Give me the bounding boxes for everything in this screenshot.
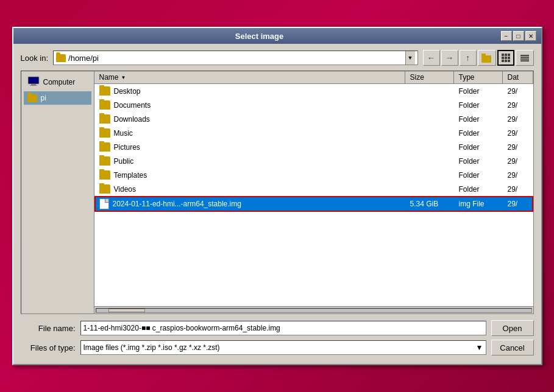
table-row[interactable]: PublicFolder29/ (94, 154, 533, 168)
horizontal-scrollbar-area (94, 306, 533, 313)
file-type-cell: Folder (454, 170, 503, 181)
sidebar-label-computer: Computer (43, 78, 76, 86)
filename-input[interactable] (80, 321, 486, 335)
table-row[interactable]: DocumentsFolder29/ (94, 98, 533, 112)
minimize-button[interactable]: − (501, 31, 512, 41)
file-date-cell: 29/ (503, 114, 533, 125)
file-name-text: Desktop (114, 87, 141, 96)
col-header-name[interactable]: Name ▼ (94, 71, 405, 83)
col-header-size[interactable]: Size (405, 71, 454, 83)
file-type-cell: Folder (454, 114, 503, 125)
file-name-cell: Documents (94, 99, 405, 111)
file-list-header: Name ▼ Size Type Dat (94, 71, 533, 84)
file-size-cell (405, 90, 454, 93)
grid-view-button[interactable] (497, 50, 514, 66)
file-name-cell: Pictures (94, 141, 405, 153)
filename-label: File name: (21, 324, 76, 333)
folder-icon (99, 114, 110, 124)
file-size-cell (405, 188, 454, 191)
file-name-cell: Videos (94, 183, 405, 195)
computer-icon (27, 76, 40, 88)
col-size-label: Size (410, 73, 424, 82)
new-folder-button[interactable] (478, 50, 496, 66)
select-image-dialog: Select image − □ ✕ Look in: /home/pi ▼ ←… (12, 27, 542, 365)
file-size-cell (405, 118, 454, 121)
svg-rect-5 (30, 85, 37, 86)
folder-icon-pi (27, 94, 37, 102)
title-bar: Select image − □ ✕ (13, 28, 541, 44)
look-in-combo[interactable]: /home/pi ▼ (53, 51, 417, 65)
table-row[interactable]: 2024-01-11-ed-hmi...-arm64_stable.img5.3… (94, 196, 533, 212)
file-name-cell: Music (94, 127, 405, 139)
sidebar-item-computer[interactable]: Computer (24, 74, 91, 90)
file-icon (99, 198, 109, 209)
list-view-button[interactable] (516, 50, 534, 66)
file-size-cell (405, 174, 454, 177)
file-name-text: Templates (114, 171, 147, 180)
file-type-cell: Folder (454, 86, 503, 97)
table-row[interactable]: TemplatesFolder29/ (94, 168, 533, 182)
folder-icon (99, 170, 110, 180)
filetype-row: Files of type: Image files (*.img *.zip … (21, 340, 534, 355)
file-size-cell (405, 160, 454, 163)
table-row[interactable]: DownloadsFolder29/ (94, 112, 533, 126)
file-type-cell: Folder (454, 156, 503, 167)
folder-icon (99, 128, 110, 138)
open-button[interactable]: Open (491, 320, 534, 336)
back-button[interactable]: ← (423, 50, 440, 66)
file-type-cell: Folder (454, 184, 503, 195)
col-name-label: Name (99, 73, 119, 82)
file-date-cell: 29/ (503, 100, 533, 111)
table-row[interactable]: PicturesFolder29/ (94, 140, 533, 154)
file-name-cell: Downloads (94, 113, 405, 125)
file-date-cell: 29/ (503, 86, 533, 97)
folder-icon (99, 184, 110, 194)
folder-icon (99, 142, 110, 152)
cancel-button[interactable]: Cancel (491, 340, 534, 355)
col-header-date[interactable]: Dat (503, 71, 533, 83)
file-list-scroll[interactable]: DesktopFolder29/DocumentsFolder29/Downlo… (94, 84, 533, 306)
dialog-title: Select image (18, 32, 501, 41)
maximize-button[interactable]: □ (513, 31, 524, 41)
file-date-cell: 29/ (503, 184, 533, 195)
folder-icon (56, 54, 66, 62)
sidebar-item-pi[interactable]: pi (24, 91, 91, 105)
dialog-body: Look in: /home/pi ▼ ← → ↑ (13, 44, 541, 364)
sidebar-label-pi: pi (41, 94, 46, 102)
folder-icon (99, 156, 110, 166)
file-name-text: Documents (114, 101, 151, 110)
grid-view-icon (502, 54, 510, 62)
filetype-combo[interactable]: Image files (*.img *.zip *.iso *.gz *.xz… (80, 340, 486, 355)
file-name-text: Music (114, 129, 133, 138)
up-button[interactable]: ↑ (460, 50, 477, 66)
file-name-text: Downloads (114, 115, 150, 124)
file-date-cell: 29/ (503, 198, 533, 209)
horizontal-scrollbar[interactable] (96, 308, 532, 313)
file-date-cell: 29/ (503, 156, 533, 167)
filetype-label: Files of type: (21, 343, 76, 352)
file-date-cell: 29/ (503, 128, 533, 139)
close-button[interactable]: ✕ (525, 31, 536, 41)
col-type-label: Type (459, 73, 475, 82)
file-list-area: Name ▼ Size Type Dat DesktopFolder29/D (94, 71, 533, 313)
filetype-arrow-icon: ▼ (476, 343, 483, 352)
file-type-cell: Folder (454, 128, 503, 139)
table-row[interactable]: VideosFolder29/ (94, 182, 533, 196)
sidebar: Computer pi (21, 71, 94, 313)
new-folder-icon (481, 54, 492, 63)
col-header-type[interactable]: Type (454, 71, 503, 83)
svg-rect-4 (31, 84, 36, 85)
col-date-label: Dat (508, 73, 519, 82)
main-area: Computer pi Name ▼ Size (21, 71, 534, 314)
filetype-value: Image files (*.img *.zip *.iso *.gz *.xz… (83, 343, 220, 352)
forward-button[interactable]: → (441, 50, 458, 66)
list-view-icon (520, 55, 529, 61)
col-sort-icon: ▼ (121, 75, 126, 80)
look-in-path: /home/pi (68, 54, 402, 63)
table-row[interactable]: MusicFolder29/ (94, 126, 533, 140)
file-size-cell (405, 146, 454, 149)
folder-icon (99, 86, 110, 96)
scrollbar-thumb[interactable] (108, 309, 145, 312)
file-name-text: 2024-01-11-ed-hmi...-arm64_stable.img (113, 200, 241, 208)
table-row[interactable]: DesktopFolder29/ (94, 84, 533, 98)
